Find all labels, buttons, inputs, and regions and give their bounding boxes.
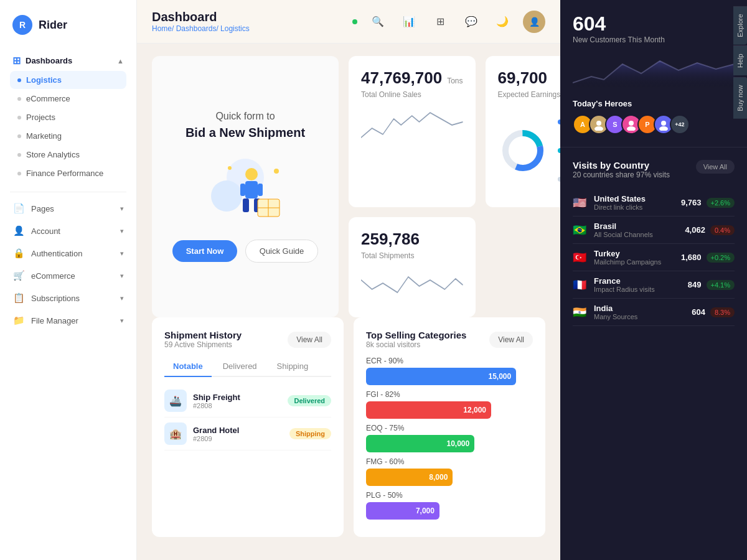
svg-point-18 xyxy=(629,121,634,126)
nav-subscriptions[interactable]: 📋 Subscriptions ▾ xyxy=(0,287,136,309)
sales-value: 47,769,700 xyxy=(361,68,442,88)
grid-button[interactable]: ⊞ xyxy=(430,11,451,32)
bars-container: ECR - 90% 15,000 FGI - 82% 12,000 EOQ - … xyxy=(366,357,533,520)
search-button[interactable]: 🔍 xyxy=(367,11,388,32)
dashboard-content: Quick form to Bid a New Shipment xyxy=(137,44,560,560)
sales-chart xyxy=(361,106,463,144)
country-brasil: 🇧🇷 Brasil All Social Channels 4,062 0.4% xyxy=(573,217,735,244)
visits-title: Visits by Country xyxy=(573,160,670,170)
country-france: 🇫🇷 France Impact Radius visits 849 +4.1% xyxy=(573,271,735,299)
visits-header: Visits by Country 20 countries share 97%… xyxy=(573,160,735,179)
shipment-tabs: Notable Delivered Shipping xyxy=(164,357,331,377)
chevron-up-icon: ▲ xyxy=(117,57,124,65)
header-right: 🔍 📊 ⊞ 💬 🌙 👤 xyxy=(352,11,545,33)
sidebar-item-finance-performance[interactable]: Finance Performance xyxy=(10,164,126,182)
shipment-name-2: Grand Hotel xyxy=(193,426,289,435)
shipment-history-card: Shipment History 59 Active Shipments Vie… xyxy=(152,317,344,537)
sidebar-item-store-analytics[interactable]: Store Analytics xyxy=(10,146,126,164)
chevron-icon: ▾ xyxy=(120,250,124,258)
shipment-view-all[interactable]: View All xyxy=(288,332,331,348)
shipment-icon-2: 🏨 xyxy=(164,422,187,445)
subscriptions-icon: 📋 xyxy=(12,292,25,304)
active-dot xyxy=(17,78,21,82)
earnings-label: Expected Earnings This Month xyxy=(498,90,561,99)
selling-header: Top Selling Categories 8k social visitor… xyxy=(366,330,533,349)
sidebar-item-logistics[interactable]: Logistics xyxy=(10,71,126,89)
dashboards-section: ⊞ Dashboards ▲ Logistics eCommerce Proje… xyxy=(0,47,136,187)
chevron-icon: ▾ xyxy=(120,317,124,325)
shipment-icon-1: 🚢 xyxy=(164,390,187,412)
bar-eoq: EOQ - 75% 10,000 xyxy=(366,424,533,452)
donut-chart xyxy=(498,126,548,175)
side-tabs: Explore Help Buy now xyxy=(733,6,747,118)
sidebar-item-marketing[interactable]: Marketing xyxy=(10,127,126,145)
hero-title: Bid a New Shipment xyxy=(186,126,305,140)
ecommerce-icon: 🛒 xyxy=(12,269,25,282)
selling-view-all[interactable]: View All xyxy=(489,332,533,348)
start-now-button[interactable]: Start Now xyxy=(172,240,238,262)
quick-guide-button[interactable]: Quick Guide xyxy=(245,240,319,263)
explore-tab[interactable]: Explore xyxy=(733,6,747,44)
sales-unit: Tons xyxy=(447,77,463,85)
svg-rect-6 xyxy=(243,198,249,212)
header: Dashboard Home/ Dashboards/ Logistics 🔍 … xyxy=(137,0,560,44)
user-avatar[interactable]: 👤 xyxy=(523,11,545,33)
country-india: 🇮🇳 India Many Sources 604 8.3% xyxy=(573,299,735,326)
help-tab[interactable]: Help xyxy=(733,46,747,76)
tab-shipping[interactable]: Shipping xyxy=(268,357,317,377)
chat-button[interactable]: 💬 xyxy=(461,11,482,32)
theme-button[interactable]: 🌙 xyxy=(492,11,513,32)
sidebar-item-ecommerce[interactable]: eCommerce xyxy=(10,90,126,108)
dot xyxy=(17,153,21,157)
earnings-value: 69,700 xyxy=(498,68,561,88)
shipment-status-2: Shipping xyxy=(289,428,331,439)
flag-india: 🇮🇳 xyxy=(573,307,588,317)
total-shipments-card: 259,786 Total Shipments xyxy=(349,217,476,317)
sidebar-item-projects[interactable]: Projects xyxy=(10,108,126,126)
app-name: Rider xyxy=(39,19,67,32)
nav-file-manager[interactable]: 📁 File Manager ▾ xyxy=(0,309,136,332)
shipment-id-1: #2808 xyxy=(193,402,288,409)
divider xyxy=(10,192,126,192)
file-icon: 📁 xyxy=(12,314,25,327)
chevron-icon: ▾ xyxy=(120,294,124,302)
flag-turkey: 🇹🇷 xyxy=(573,253,588,263)
nav-auth[interactable]: 🔒 Authentication ▾ xyxy=(0,242,136,264)
shipments-value: 259,786 xyxy=(361,230,463,249)
buy-now-tab[interactable]: Buy now xyxy=(733,77,747,118)
svg-point-2 xyxy=(245,168,258,180)
status-dot xyxy=(352,19,357,24)
nav-account[interactable]: 👤 Account ▾ xyxy=(0,220,136,242)
breadcrumb: Home/ Dashboards/ Logistics xyxy=(152,24,250,33)
tab-delivered[interactable]: Delivered xyxy=(214,357,266,377)
logo-area[interactable]: R Rider xyxy=(0,10,136,47)
chevron-icon: ▾ xyxy=(120,227,124,235)
svg-point-11 xyxy=(274,169,279,174)
svg-point-1 xyxy=(211,180,242,212)
country-usa: 🇺🇸 United States Direct link clicks 9,76… xyxy=(573,189,735,217)
donut-section: Used Truck freight 45% Used Ship freight… xyxy=(498,106,561,195)
chart-button[interactable]: 📊 xyxy=(398,11,420,32)
nav-pages[interactable]: 📄 Pages ▾ xyxy=(0,197,136,220)
dashboards-title: ⊞ Dashboards xyxy=(12,55,72,67)
nav-ecommerce[interactable]: 🛒 eCommerce ▾ xyxy=(0,264,136,287)
shipments-label: Total Shipments xyxy=(361,251,463,260)
bar-ecr: ECR - 90% 15,000 xyxy=(366,357,533,385)
sales-label: Total Online Sales xyxy=(361,90,463,99)
heroes-avatars: A S P +42 xyxy=(573,114,735,134)
dot xyxy=(17,134,21,138)
top-cards-row: Quick form to Bid a New Shipment xyxy=(137,44,560,317)
dashboards-header[interactable]: ⊞ Dashboards ▲ xyxy=(10,51,126,70)
sidebar: R Rider ⊞ Dashboards ▲ Logistics eCommer… xyxy=(0,0,137,560)
bar-fmg: FMG - 60% 8,000 xyxy=(366,457,533,486)
visits-view-all[interactable]: View All xyxy=(696,160,735,174)
tab-notable[interactable]: Notable xyxy=(164,357,212,377)
shipment-row-1: 🚢 Ship Freight #2808 Delivered xyxy=(164,385,331,418)
customers-dark-card: 604 New Customers This Month Today's Her… xyxy=(560,0,747,147)
countries-list: 🇺🇸 United States Direct link clicks 9,76… xyxy=(573,189,735,326)
svg-point-19 xyxy=(627,126,636,131)
hero-subtitle: Quick form to xyxy=(215,111,275,122)
dot xyxy=(17,172,21,175)
earnings-card: 69,700 Expected Earnings This Month Used… xyxy=(486,56,561,207)
flag-brasil: 🇧🇷 xyxy=(573,225,588,235)
